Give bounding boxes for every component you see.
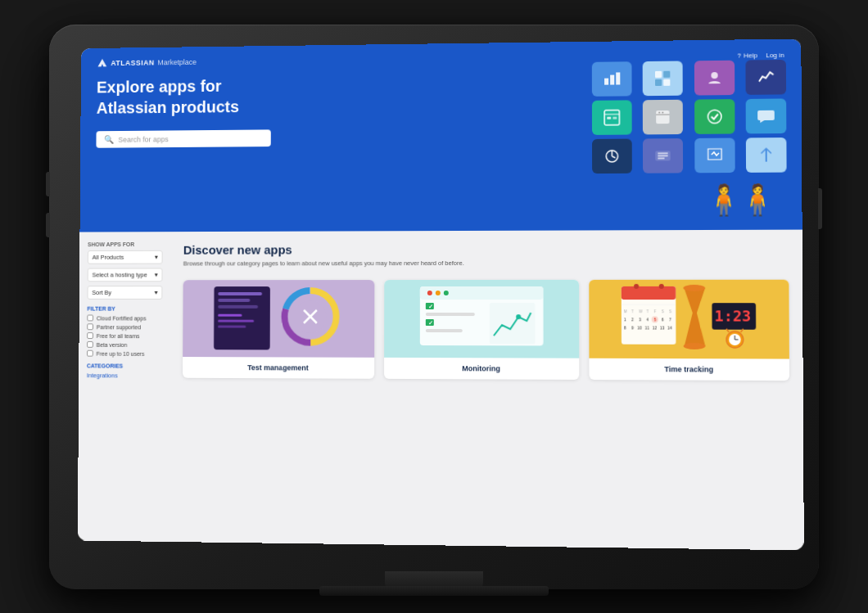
monitoring-card[interactable]: ✓ ✓ [384, 279, 580, 379]
all-products-select[interactable]: All Products ▾ [88, 250, 163, 264]
monitoring-label: Monitoring [384, 357, 580, 379]
filter-free-10-users[interactable]: Free up to 10 users [87, 349, 162, 356]
svg-text:M: M [624, 309, 627, 313]
power-button[interactable] [818, 188, 822, 229]
svg-text:4: 4 [647, 317, 649, 321]
discover-title: Discover new apps [183, 241, 789, 256]
main-content: Discover new apps Browse through our cat… [169, 229, 803, 550]
search-icon: 🔍 [104, 134, 114, 143]
chevron-down-icon-2: ▾ [155, 271, 158, 278]
checkbox-icon[interactable] [87, 349, 93, 356]
hero-title: Explore apps for Atlassian products [97, 74, 271, 118]
svg-rect-27 [218, 298, 250, 301]
filter-label: Beta version [97, 341, 128, 347]
svg-text:✓: ✓ [427, 319, 432, 325]
page-body: Show apps for All Products ▾ Select a ho… [78, 229, 804, 550]
tablet-stand-base [319, 586, 549, 596]
svg-text:8: 8 [624, 325, 626, 329]
checkbox-icon[interactable] [87, 340, 93, 347]
brand-name: ATLASSIAN [111, 58, 154, 66]
svg-rect-48 [425, 328, 462, 331]
svg-point-53 [634, 283, 639, 288]
time-tracking-label: Time tracking [590, 358, 789, 380]
brand-marketplace: Marketplace [158, 57, 197, 65]
filter-label: Free up to 10 users [97, 350, 145, 356]
show-apps-for-label: Show apps for [88, 241, 163, 247]
tablet-bezel: ATLASSIAN Marketplace ? Help Log in [49, 25, 819, 589]
svg-rect-45 [425, 312, 474, 315]
test-management-card-image [183, 279, 374, 357]
chevron-down-icon-3: ▾ [155, 289, 158, 296]
svg-text:1:23: 1:23 [715, 307, 752, 324]
category-cards-row: Test management [183, 279, 789, 380]
filter-label: Cloud Fortified apps [97, 315, 147, 321]
checkbox-icon[interactable] [87, 323, 93, 330]
volume-down-button[interactable] [46, 213, 50, 237]
svg-text:S: S [662, 309, 664, 313]
filter-partner-supported[interactable]: Partner supported [87, 323, 162, 330]
svg-text:1: 1 [624, 317, 626, 321]
filter-label: Free for all teams [97, 332, 140, 338]
hosting-type-select[interactable]: Select a hosting type ▾ [88, 268, 163, 282]
svg-text:11: 11 [645, 325, 650, 329]
search-bar[interactable]: 🔍 Search for apps [96, 129, 270, 147]
svg-text:T: T [647, 309, 649, 313]
filter-beta-version[interactable]: Beta version [87, 340, 162, 347]
svg-text:14: 14 [667, 325, 672, 329]
svg-rect-26 [218, 291, 262, 295]
svg-text:F: F [654, 309, 657, 313]
svg-text:S: S [669, 309, 671, 313]
sidebar: Show apps for All Products ▾ Select a ho… [78, 232, 171, 542]
monitoring-card-image: ✓ ✓ [384, 279, 580, 358]
hosting-type-value: Select a hosting type [92, 271, 147, 278]
atlassian-triangle-icon [97, 57, 108, 69]
time-tracking-card-image: M T W T F S S 1 2 [590, 279, 789, 358]
categories-label: CATEGORIES [87, 363, 162, 368]
checkbox-icon[interactable] [87, 314, 93, 321]
test-management-card[interactable]: Test management [183, 279, 374, 378]
checkbox-icon[interactable] [87, 332, 93, 339]
all-products-value: All Products [93, 253, 124, 260]
hero-section: ATLASSIAN Marketplace ? Help Log in [79, 38, 802, 232]
hero-content: Explore apps for Atlassian products 🔍 Se… [96, 69, 784, 148]
sort-by-value: Sort By [92, 289, 111, 296]
svg-rect-28 [218, 304, 258, 308]
time-tracking-card[interactable]: M T W T F S S 1 2 [590, 279, 789, 380]
svg-text:✓: ✓ [428, 303, 433, 309]
svg-text:T: T [631, 309, 634, 313]
svg-text:6: 6 [662, 317, 664, 321]
svg-text:10: 10 [638, 325, 643, 329]
filter-cloud-fortified[interactable]: Cloud Fortified apps [87, 314, 162, 321]
tablet-screen: ATLASSIAN Marketplace ? Help Log in [78, 38, 804, 550]
svg-text:9: 9 [631, 325, 634, 329]
sort-by-select[interactable]: Sort By ▾ [88, 286, 163, 300]
chevron-down-icon: ▾ [155, 253, 158, 260]
brand-logo: ATLASSIAN Marketplace [97, 56, 197, 69]
svg-text:2: 2 [631, 317, 634, 321]
svg-point-54 [659, 283, 664, 288]
filter-free-all-teams[interactable]: Free for all teams [87, 332, 162, 339]
discover-subtitle: Browse through our category pages to lea… [183, 259, 789, 268]
person-figure-1: 🧍 [705, 183, 743, 218]
screen-content: ATLASSIAN Marketplace ? Help Log in [78, 38, 804, 550]
test-management-label: Test management [183, 356, 374, 378]
filter-by-label: FILTER BY [87, 305, 162, 311]
svg-text:7: 7 [669, 317, 671, 321]
svg-text:12: 12 [653, 325, 658, 329]
filter-label: Partner supported [97, 323, 141, 329]
person-figure-2: 🧍 [739, 182, 777, 217]
svg-line-19 [612, 156, 615, 157]
volume-up-button[interactable] [46, 172, 50, 196]
tablet-device: ATLASSIAN Marketplace ? Help Log in [49, 25, 819, 589]
svg-rect-52 [622, 286, 676, 299]
search-placeholder: Search for apps [118, 134, 168, 142]
svg-text:3: 3 [640, 317, 642, 321]
svg-text:13: 13 [660, 325, 665, 329]
svg-point-78 [684, 284, 706, 291]
integrations-link[interactable]: Integrations [87, 372, 162, 379]
svg-rect-49 [490, 302, 535, 343]
svg-rect-25 [214, 286, 270, 349]
